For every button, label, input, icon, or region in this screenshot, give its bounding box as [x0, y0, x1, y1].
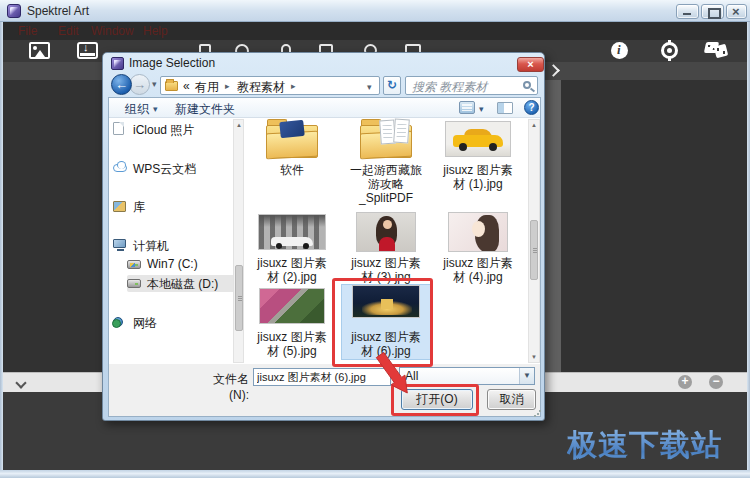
info-icon[interactable]: [611, 42, 628, 59]
drive-icon: [127, 276, 142, 290]
search-icon: [523, 81, 531, 89]
drive-icon: [127, 257, 142, 271]
scroll-down-icon[interactable]: ▼: [530, 354, 538, 360]
cloud-icon: [113, 161, 128, 175]
file-item[interactable]: jisuxz 图片素材 (2).jpg: [247, 211, 337, 284]
search-placeholder: 搜索 教程素材: [412, 79, 487, 96]
breadcrumb-item[interactable]: 有用: [195, 79, 219, 96]
address-bar[interactable]: « 有用 ▸ 教程素材 ▸ ▾: [160, 76, 380, 95]
menu-item-help[interactable]: Help: [143, 24, 168, 38]
dialog-title: Image Selection: [129, 56, 215, 70]
breadcrumb-item[interactable]: 教程素材: [237, 79, 285, 96]
breadcrumb-prefix: «: [183, 79, 190, 93]
menu-item-file[interactable]: File: [18, 24, 37, 38]
annotation-box-open-button: [391, 384, 479, 416]
chevron-down-icon[interactable]: ▼: [519, 368, 534, 384]
file-item[interactable]: jisuxz 图片素材 (3).jpg: [341, 211, 431, 284]
sidebar-item-drive-d[interactable]: 本地磁盘 (D:): [127, 275, 235, 292]
breadcrumb-separator-icon[interactable]: ▸: [225, 81, 230, 91]
filetype-select[interactable]: All ▼: [399, 367, 535, 385]
cancel-button[interactable]: 取消: [487, 389, 536, 410]
close-button[interactable]: [726, 4, 747, 19]
image-selection-dialog: Image Selection × ← → ▾ « 有用 ▸ 教程素材 ▸ ▾ …: [102, 52, 545, 421]
zoom-out-button[interactable]: −: [709, 375, 723, 389]
preview-pane-icon[interactable]: [497, 102, 513, 114]
file-list-scrollbar[interactable]: ▲ ▼: [528, 119, 540, 363]
scrollbar-thumb[interactable]: [530, 220, 538, 280]
window-border: [0, 22, 3, 470]
forward-button[interactable]: →: [129, 74, 150, 95]
filename-label: 文件名(N):: [201, 371, 249, 402]
views-caret-icon[interactable]: ▾: [479, 104, 484, 114]
command-bar: 组织 ▾ 新建文件夹 ▾ ?: [109, 98, 540, 118]
search-box[interactable]: 搜索 教程素材: [405, 76, 538, 95]
breadcrumb-separator-icon[interactable]: ▸: [291, 81, 296, 91]
file-item[interactable]: jisuxz 图片素材 (4).jpg: [433, 211, 523, 284]
menu-item-edit[interactable]: Edit: [58, 24, 79, 38]
folder-icon: [165, 81, 178, 91]
file-item[interactable]: 软件: [247, 118, 337, 177]
maximize-button[interactable]: [701, 4, 724, 19]
scrollbar-thumb[interactable]: [235, 265, 243, 331]
refresh-button[interactable]: ↻: [383, 76, 401, 95]
watermark: 极速下载站: [567, 425, 722, 466]
resize-grip[interactable]: [534, 410, 541, 417]
dice-icon[interactable]: [705, 41, 733, 60]
menu-item-window[interactable]: Window: [91, 24, 134, 38]
collapsed-panel-strip: [545, 80, 561, 372]
computer-icon: [113, 238, 128, 252]
filename-input[interactable]: [253, 368, 391, 386]
folder-icon: [358, 118, 414, 160]
minimize-button[interactable]: [676, 4, 699, 19]
views-icon[interactable]: [459, 101, 475, 114]
image-thumbnail: [445, 121, 511, 157]
filetype-value: All: [405, 369, 418, 383]
file-item[interactable]: jisuxz 图片素材 (5).jpg: [247, 285, 337, 358]
folder-icon: [264, 118, 320, 160]
settings-icon[interactable]: [661, 42, 678, 59]
file-item[interactable]: jisuxz 图片素材 (1).jpg: [433, 118, 523, 191]
organize-caret-icon[interactable]: ▾: [153, 104, 158, 114]
network-icon: [113, 315, 128, 329]
history-dropdown-icon[interactable]: ▾: [152, 79, 157, 89]
address-dropdown-icon[interactable]: ▾: [367, 82, 372, 92]
document-icon: [113, 122, 128, 136]
window-border: [0, 470, 750, 478]
title-bar: Spektrel Art: [0, 0, 750, 22]
new-folder-button[interactable]: 新建文件夹: [175, 101, 235, 118]
library-icon: [113, 199, 128, 213]
zoom-in-button[interactable]: +: [678, 375, 692, 389]
file-item[interactable]: 一起游西藏旅游攻略_SplitPDF: [341, 118, 431, 205]
dialog-close-button[interactable]: ×: [517, 57, 544, 72]
image-thumbnail: [258, 214, 326, 250]
image-thumbnail: [356, 212, 416, 252]
menu-bar: File Edit Window Help: [3, 22, 747, 40]
window-title: Spektrel Art: [27, 4, 89, 18]
app-icon: [7, 4, 21, 18]
help-icon[interactable]: ?: [524, 100, 539, 115]
scroll-up-icon[interactable]: ▲: [235, 122, 243, 128]
organize-menu[interactable]: 组织: [125, 101, 149, 118]
sidebar-scrollbar[interactable]: ▲: [233, 119, 244, 363]
image-thumbnail: [448, 212, 508, 252]
annotation-box-selected-file: [332, 278, 433, 367]
die-icon: [714, 44, 729, 59]
application-window: Spektrel Art File Edit Window Help + − 极: [0, 0, 750, 478]
back-button[interactable]: ←: [111, 74, 132, 95]
image-icon[interactable]: [29, 42, 50, 59]
import-icon[interactable]: [77, 42, 98, 59]
image-thumbnail: [259, 288, 325, 324]
dialog-icon: [111, 57, 124, 70]
scroll-up-icon[interactable]: ▲: [530, 122, 538, 128]
